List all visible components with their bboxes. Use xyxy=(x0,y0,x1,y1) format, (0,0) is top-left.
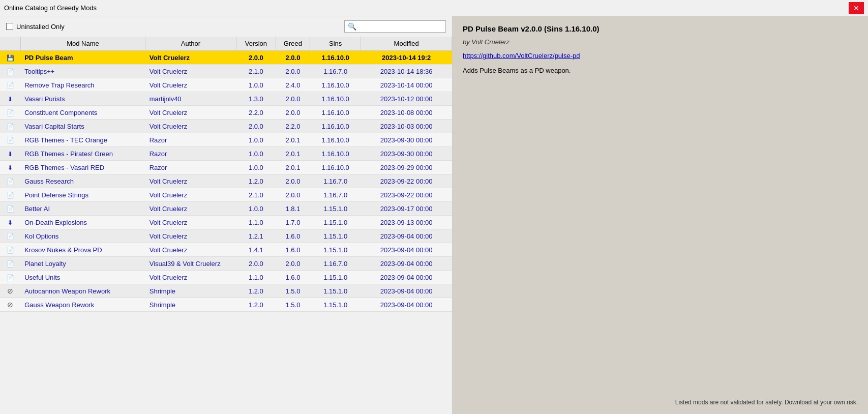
doc-icon xyxy=(7,136,14,144)
row-author: Volt Cruelerz xyxy=(145,188,236,202)
row-icon xyxy=(0,51,20,65)
row-greed: 2.0.0 xyxy=(276,51,310,65)
row-author: Volt Cruelerz xyxy=(145,51,236,65)
row-author: Shrimple xyxy=(145,284,236,298)
col-name-header: Mod Name xyxy=(20,37,145,51)
table-row[interactable]: Better AIVolt Cruelerz1.0.01.8.11.15.1.0… xyxy=(0,202,452,216)
row-mod-name: On-Death Explosions xyxy=(20,216,145,229)
close-button[interactable]: ✕ xyxy=(849,2,864,14)
row-modified: 2023-09-30 00:00 xyxy=(361,133,452,147)
row-mod-name: Constituent Components xyxy=(20,106,145,120)
row-sins: 1.16.10.0 xyxy=(310,106,361,120)
row-mod-name: Useful Units xyxy=(20,271,145,284)
row-greed: 1.5.0 xyxy=(276,298,310,312)
doc-icon xyxy=(7,259,14,268)
table-row[interactable]: Constituent ComponentsVolt Cruelerz2.2.0… xyxy=(0,106,452,120)
row-modified: 2023-09-04 00:00 xyxy=(361,284,452,298)
table-row[interactable]: RGB Themes - TEC OrangeRazor1.0.02.0.11.… xyxy=(0,133,452,147)
row-version: 1.4.1 xyxy=(236,243,276,257)
row-mod-name: RGB Themes - TEC Orange xyxy=(20,133,145,147)
row-icon xyxy=(0,147,20,161)
row-version: 2.0.0 xyxy=(236,257,276,271)
table-row[interactable]: Planet LoyaltyVisual39 & Volt Cruelerz2.… xyxy=(0,257,452,271)
row-sins: 1.16.10.0 xyxy=(310,51,361,65)
col-author-header: Author xyxy=(145,37,236,51)
row-version: 1.0.0 xyxy=(236,202,276,216)
row-mod-name: Better AI xyxy=(20,202,145,216)
row-mod-name: Gauss Research xyxy=(20,174,145,188)
doc-icon xyxy=(7,177,14,185)
row-version: 1.2.0 xyxy=(236,174,276,188)
table-row[interactable]: Gauss Weapon ReworkShrimple1.2.01.5.01.1… xyxy=(0,298,452,312)
row-modified: 2023-10-14 00:00 xyxy=(361,78,452,92)
download-icon xyxy=(8,163,13,171)
table-row[interactable]: Useful UnitsVolt Cruelerz1.1.01.6.01.15.… xyxy=(0,271,452,284)
row-modified: 2023-10-12 00:00 xyxy=(361,92,452,106)
doc-icon xyxy=(7,191,14,199)
uninstalled-only-label[interactable]: Uninstalled Only xyxy=(6,23,65,31)
window-title: Online Catalog of Greedy Mods xyxy=(4,4,97,12)
row-icon xyxy=(0,202,20,216)
installed-icon xyxy=(7,53,14,62)
detail-author: by Volt Cruelerz xyxy=(463,38,858,46)
download-icon xyxy=(8,150,13,158)
row-author: Volt Cruelerz xyxy=(145,106,236,120)
row-greed: 2.0.0 xyxy=(276,174,310,188)
row-version: 1.3.0 xyxy=(236,92,276,106)
table-row[interactable]: PD Pulse BeamVolt Cruelerz2.0.02.0.01.16… xyxy=(0,51,452,65)
search-input[interactable] xyxy=(358,23,442,31)
row-version: 1.1.0 xyxy=(236,216,276,229)
row-sins: 1.15.1.0 xyxy=(310,229,361,243)
row-author: Volt Cruelerz xyxy=(145,216,236,229)
row-author: Razor xyxy=(145,161,236,174)
row-greed: 2.0.0 xyxy=(276,106,310,120)
blocked-icon xyxy=(7,287,13,295)
row-icon xyxy=(0,120,20,133)
row-greed: 2.0.1 xyxy=(276,147,310,161)
row-author: Volt Cruelerz xyxy=(145,120,236,133)
col-sins-header: Sins xyxy=(310,37,361,51)
row-greed: 1.6.0 xyxy=(276,243,310,257)
row-sins: 1.16.7.0 xyxy=(310,65,361,78)
col-version-header: Version xyxy=(236,37,276,51)
doc-icon xyxy=(7,273,14,281)
row-icon xyxy=(0,271,20,284)
uninstalled-checkbox[interactable] xyxy=(6,23,13,30)
row-modified: 2023-10-14 19:2 xyxy=(361,51,452,65)
table-row[interactable]: Krosov Nukes & Prova PDVolt Cruelerz1.4.… xyxy=(0,243,452,257)
row-sins: 1.15.1.0 xyxy=(310,243,361,257)
row-icon xyxy=(0,78,20,92)
row-author: Visual39 & Volt Cruelerz xyxy=(145,257,236,271)
row-greed: 2.0.1 xyxy=(276,161,310,174)
row-icon xyxy=(0,133,20,147)
table-row[interactable]: Point Defense StringsVolt Cruelerz2.1.02… xyxy=(0,188,452,202)
row-sins: 1.16.7.0 xyxy=(310,174,361,188)
main-container: Uninstalled Only 🔍 Mod Name Author Versi… xyxy=(0,16,868,414)
table-row[interactable]: Vasari Capital StartsVolt Cruelerz2.0.02… xyxy=(0,120,452,133)
table-row[interactable]: Tooltips++Volt Cruelerz2.1.02.0.01.16.7.… xyxy=(0,65,452,78)
row-mod-name: Kol Options xyxy=(20,229,145,243)
row-sins: 1.16.10.0 xyxy=(310,120,361,133)
table-row[interactable]: Gauss ResearchVolt Cruelerz1.2.02.0.01.1… xyxy=(0,174,452,188)
table-row[interactable]: Kol OptionsVolt Cruelerz1.2.11.6.01.15.1… xyxy=(0,229,452,243)
row-mod-name: Point Defense Strings xyxy=(20,188,145,202)
detail-link[interactable]: https://github.com/VoltCruelerz/pulse-pd xyxy=(463,52,858,60)
row-greed: 2.0.0 xyxy=(276,65,310,78)
table-row[interactable]: On-Death ExplosionsVolt Cruelerz1.1.01.7… xyxy=(0,216,452,229)
row-mod-name: RGB Themes - Pirates! Green xyxy=(20,147,145,161)
row-icon xyxy=(0,216,20,229)
table-row[interactable]: RGB Themes - Pirates! GreenRazor1.0.02.0… xyxy=(0,147,452,161)
row-greed: 2.0.0 xyxy=(276,257,310,271)
row-author: Razor xyxy=(145,133,236,147)
row-version: 1.0.0 xyxy=(236,78,276,92)
table-row[interactable]: Autocannon Weapon ReworkShrimple1.2.01.5… xyxy=(0,284,452,298)
row-author: martijnlv40 xyxy=(145,92,236,106)
row-greed: 2.4.0 xyxy=(276,78,310,92)
table-row[interactable]: RGB Themes - Vasari REDRazor1.0.02.0.11.… xyxy=(0,161,452,174)
row-mod-name: RGB Themes - Vasari RED xyxy=(20,161,145,174)
doc-icon xyxy=(7,81,14,89)
table-row[interactable]: Vasari Puristsmartijnlv401.3.02.0.01.16.… xyxy=(0,92,452,106)
row-icon xyxy=(0,257,20,271)
table-row[interactable]: Remove Trap ResearchVolt Cruelerz1.0.02.… xyxy=(0,78,452,92)
doc-icon xyxy=(7,232,14,240)
